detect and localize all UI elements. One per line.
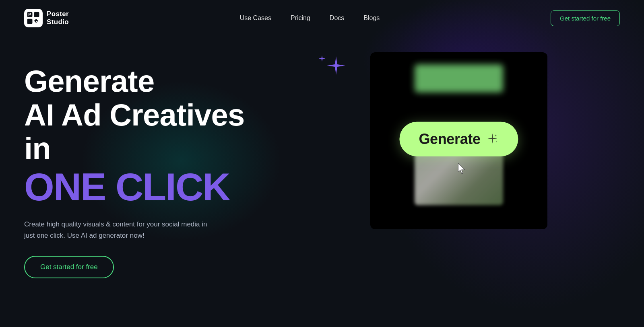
- hero-heading: Generate AI Ad Creatives in ONE CLICK: [24, 64, 274, 208]
- nav-right: Get started for free: [551, 10, 620, 26]
- logo-name-sub: Studio: [47, 18, 69, 26]
- logo-box: P: [24, 9, 43, 27]
- navbar: P Poster Studio Use Cases Pricing Docs B…: [0, 0, 644, 36]
- generate-button-demo: Generate: [399, 122, 518, 156]
- hero-right-area: Generate: [274, 52, 620, 229]
- logo-icon: P: [27, 11, 40, 25]
- nav-item-docs[interactable]: Docs: [330, 14, 344, 22]
- svg-point-6: [495, 135, 497, 136]
- nav-item-use-cases[interactable]: Use Cases: [240, 14, 271, 22]
- hero-heading-line1: Generate: [24, 64, 154, 98]
- hero-subtitle: Create high quality visuals & content fo…: [24, 219, 217, 241]
- hero-cta-button[interactable]: Get started for free: [24, 256, 114, 278]
- generate-button-label: Generate: [419, 131, 480, 148]
- nav-item-pricing[interactable]: Pricing: [291, 14, 310, 22]
- svg-marker-3: [34, 19, 38, 23]
- sparkle-icon: [314, 52, 346, 84]
- logo[interactable]: P Poster Studio: [24, 9, 69, 27]
- logo-text: Poster Studio: [47, 10, 69, 26]
- hero-section: Generate AI Ad Creatives in ONE CLICK Cr…: [0, 36, 644, 278]
- demo-card: Generate: [370, 52, 547, 229]
- hero-heading-accent: ONE CLICK: [24, 167, 274, 208]
- nav-link-blogs[interactable]: Blogs: [363, 14, 380, 21]
- sparkle-decoration: [314, 52, 346, 86]
- generate-sparkle-icon: [486, 133, 499, 146]
- svg-rect-1: [34, 12, 39, 17]
- mouse-cursor-icon: [456, 162, 468, 175]
- demo-card-blur-green: [415, 64, 503, 93]
- hero-text-area: Generate AI Ad Creatives in ONE CLICK Cr…: [24, 52, 274, 278]
- svg-rect-2: [27, 19, 33, 24]
- nav-item-blogs[interactable]: Blogs: [363, 14, 380, 22]
- nav-links: Use Cases Pricing Docs Blogs: [240, 14, 380, 22]
- svg-text:P: P: [28, 12, 31, 17]
- nav-link-pricing[interactable]: Pricing: [291, 14, 310, 21]
- nav-cta-button[interactable]: Get started for free: [551, 10, 620, 26]
- nav-link-use-cases[interactable]: Use Cases: [240, 14, 271, 21]
- nav-link-docs[interactable]: Docs: [330, 14, 344, 21]
- logo-name-main: Poster: [47, 10, 69, 18]
- svg-point-5: [36, 21, 37, 22]
- hero-heading-line2: AI Ad Creatives in: [24, 98, 245, 166]
- cursor-icon: [456, 162, 468, 177]
- svg-point-7: [496, 141, 497, 142]
